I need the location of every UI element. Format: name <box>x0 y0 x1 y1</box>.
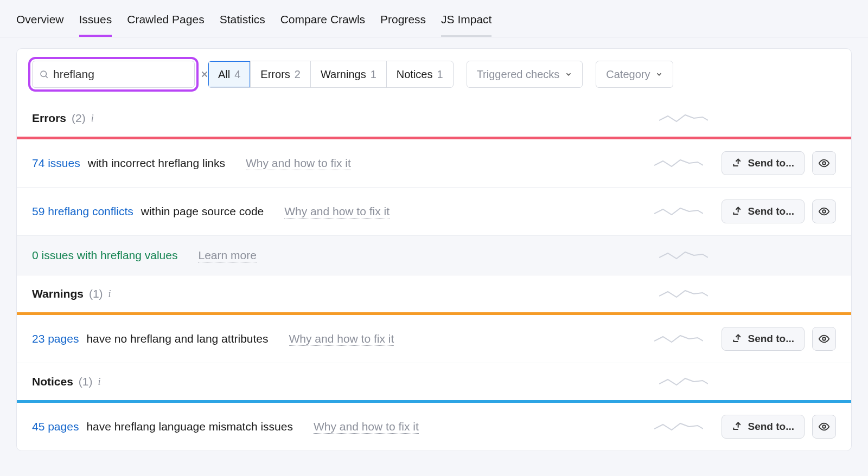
issues-panel: All 4 Errors 2 Warnings 1 Notices 1 Trig… <box>16 48 852 451</box>
svg-point-0 <box>41 71 47 77</box>
send-to-button[interactable]: Send to... <box>722 327 805 351</box>
chevron-down-icon <box>565 70 572 78</box>
notices-count: (1) <box>79 375 93 388</box>
view-button[interactable] <box>812 151 836 175</box>
chevron-down-icon <box>655 70 663 78</box>
sparkline-icon <box>659 374 708 389</box>
tab-js-impact[interactable]: JS Impact <box>441 8 492 37</box>
svg-point-4 <box>822 162 826 165</box>
issue-row-zero: 0 issues with hreflang values Learn more <box>17 236 851 275</box>
share-arrow-icon <box>732 333 743 344</box>
send-to-label: Send to... <box>748 333 795 345</box>
warnings-section-header: Warnings (1) i <box>17 275 851 312</box>
sparkline-icon <box>659 111 708 126</box>
category-dropdown[interactable]: Category <box>596 61 673 88</box>
issue-desc: with incorrect hreflang links <box>88 157 225 170</box>
warnings-count: (1) <box>89 287 103 300</box>
type-filter-segmented: All 4 Errors 2 Warnings 1 Notices 1 <box>208 61 454 88</box>
sparkline-icon <box>654 331 703 346</box>
main-tabs: Overview Issues Crawled Pages Statistics… <box>0 0 868 37</box>
issue-link[interactable]: 59 hreflang conflicts <box>32 205 133 218</box>
triggered-checks-label: Triggered checks <box>477 68 560 81</box>
tab-progress[interactable]: Progress <box>380 8 426 37</box>
tab-compare-crawls[interactable]: Compare Crawls <box>280 8 365 37</box>
tab-overview[interactable]: Overview <box>16 8 64 37</box>
notices-section-header: Notices (1) i <box>17 363 851 400</box>
filter-errors[interactable]: Errors 2 <box>251 61 311 87</box>
send-to-button[interactable]: Send to... <box>722 415 805 439</box>
search-icon <box>39 69 49 79</box>
svg-line-1 <box>46 76 47 78</box>
share-arrow-icon <box>732 421 743 432</box>
clear-search-icon[interactable] <box>200 69 209 79</box>
send-to-label: Send to... <box>748 205 795 217</box>
filter-all-label: All <box>218 68 230 81</box>
warnings-title: Warnings <box>32 287 84 300</box>
tab-issues[interactable]: Issues <box>79 8 112 37</box>
learn-more-link[interactable]: Learn more <box>198 249 256 262</box>
info-icon[interactable]: i <box>108 288 111 300</box>
svg-point-7 <box>822 425 826 428</box>
errors-count: (2) <box>72 112 86 125</box>
svg-point-6 <box>822 337 826 340</box>
sparkline-icon <box>654 156 703 171</box>
why-how-fix-link[interactable]: Why and how to fix it <box>314 420 419 434</box>
filter-notices-label: Notices <box>397 68 433 81</box>
issue-link[interactable]: 45 pages <box>32 420 79 433</box>
why-how-fix-link[interactable]: Why and how to fix it <box>289 332 394 346</box>
why-how-fix-link[interactable]: Why and how to fix it <box>246 157 351 170</box>
filter-all-count: 4 <box>234 68 240 81</box>
filter-warnings[interactable]: Warnings 1 <box>311 61 387 87</box>
errors-section-header: Errors (2) i <box>17 100 851 137</box>
filters-bar: All 4 Errors 2 Warnings 1 Notices 1 Trig… <box>17 49 851 100</box>
tab-statistics[interactable]: Statistics <box>220 8 265 37</box>
notices-title: Notices <box>32 375 73 388</box>
view-button[interactable] <box>812 200 836 223</box>
filter-notices[interactable]: Notices 1 <box>387 61 453 87</box>
issue-link[interactable]: 0 issues with hreflang values <box>32 249 177 262</box>
issue-row: 74 issues with incorrect hreflang links … <box>17 139 851 188</box>
why-how-fix-link[interactable]: Why and how to fix it <box>284 205 390 218</box>
send-to-button[interactable]: Send to... <box>722 151 805 175</box>
issue-desc: have no hreflang and lang attributes <box>86 332 268 345</box>
eye-icon <box>818 157 830 169</box>
issue-link[interactable]: 74 issues <box>32 157 80 170</box>
issue-row: 23 pages have no hreflang and lang attri… <box>17 315 851 363</box>
svg-point-5 <box>822 210 826 213</box>
sparkline-icon <box>654 204 703 219</box>
issue-row: 45 pages have hreflang language mismatch… <box>17 403 851 451</box>
search-field-wrap <box>32 61 195 88</box>
issue-desc: have hreflang language mismatch issues <box>86 420 293 433</box>
info-icon[interactable]: i <box>91 113 94 124</box>
eye-icon <box>818 333 830 345</box>
filter-errors-label: Errors <box>260 68 290 81</box>
info-icon[interactable]: i <box>98 376 101 388</box>
category-label: Category <box>606 68 650 81</box>
search-input[interactable] <box>49 68 200 81</box>
sparkline-icon <box>659 286 708 301</box>
sparkline-icon <box>654 419 703 434</box>
issue-desc: within page source code <box>141 205 264 218</box>
view-button[interactable] <box>812 415 836 439</box>
filter-notices-count: 1 <box>437 68 443 81</box>
issue-link[interactable]: 23 pages <box>32 332 79 345</box>
share-arrow-icon <box>732 158 743 169</box>
filter-warnings-label: Warnings <box>321 68 366 81</box>
sparkline-icon <box>659 248 708 263</box>
eye-icon <box>818 421 830 433</box>
errors-title: Errors <box>32 112 66 125</box>
send-to-button[interactable]: Send to... <box>722 200 805 223</box>
triggered-checks-dropdown[interactable]: Triggered checks <box>467 61 583 88</box>
view-button[interactable] <box>812 327 836 351</box>
send-to-label: Send to... <box>748 157 795 169</box>
share-arrow-icon <box>732 206 743 217</box>
filter-all[interactable]: All 4 <box>208 61 251 87</box>
tab-crawled-pages[interactable]: Crawled Pages <box>127 8 204 37</box>
issue-row: 59 hreflang conflicts within page source… <box>17 188 851 236</box>
eye-icon <box>818 205 830 217</box>
send-to-label: Send to... <box>748 421 795 433</box>
filter-warnings-count: 1 <box>371 68 376 81</box>
filter-errors-count: 2 <box>295 68 301 81</box>
